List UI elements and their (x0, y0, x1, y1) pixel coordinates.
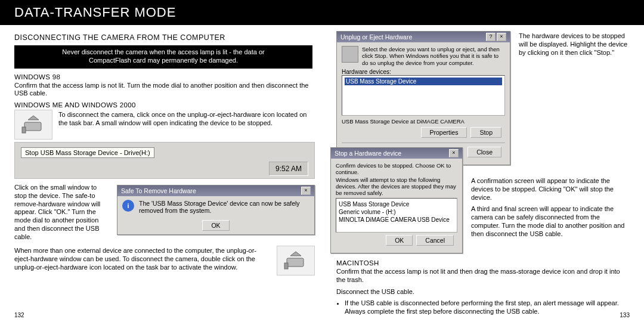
svg-rect-0 (24, 122, 41, 131)
macintosh-notes: If the USB cable is disconnected before … (336, 299, 630, 316)
windows-98-heading: WINDOWS 98 (14, 73, 315, 80)
windows-me-2000-heading: WINDOWS ME AND WINDOWS 2000 (14, 101, 315, 109)
help-icon[interactable]: ? (486, 33, 496, 41)
hardware-caption: The hardware devices to be stopped will … (519, 32, 630, 57)
confirm-caption: A confirmation screen will appear to ind… (471, 177, 630, 202)
list-item[interactable]: USB Mass Storage Device (345, 78, 502, 85)
svg-marker-1 (28, 116, 39, 120)
macintosh-text: Confirm that the access lamp is not lit … (336, 268, 630, 284)
mac-bullet-1: If the USB cable is disconnected before … (345, 299, 630, 316)
unplug-instructions: Select the device you want to unplug or … (362, 46, 505, 66)
windows-98-text: Confirm that the access lamp is not lit.… (14, 82, 315, 98)
device-icon (342, 46, 358, 63)
eject-hardware-icon (14, 110, 52, 140)
taskbar-clock: 9:52 AM (269, 162, 308, 176)
close-icon[interactable]: × (301, 187, 311, 195)
taskbar-screenshot: Stop USB Mass Storage Device - Drive(H:)… (14, 142, 315, 179)
stop-title: Stop a Hardware device (335, 150, 401, 157)
list-item[interactable]: Generic volume - (H:) (339, 208, 454, 216)
macintosh-heading: MACINTOSH (336, 259, 630, 267)
device-detail-line: USB Mass Storage Device at DiMAGE CAMERA (342, 118, 505, 125)
unplug-eject-dialog: Unplug or Eject Hardware ? × Select the … (336, 31, 510, 165)
macintosh-disconnect: Disconnect the USB cable. (336, 288, 630, 296)
page-132: DISCONNECTING THE CAMERA FROM THE COMPUT… (0, 0, 327, 322)
stop-line-2: Windows will attempt to stop the followi… (336, 177, 457, 196)
svg-rect-2 (22, 127, 26, 133)
properties-button[interactable]: Properties (421, 127, 467, 138)
side-note-text: Click on the small window to stop the de… (14, 184, 110, 241)
ok-button[interactable]: OK (202, 220, 229, 231)
windows-me-text: To disconnect the camera, click once on … (58, 111, 315, 136)
cancel-button[interactable]: Cancel (416, 235, 454, 246)
eject-hardware-icon-2 (277, 246, 315, 275)
hardware-devices-list[interactable]: USB Mass Storage Device (342, 75, 505, 116)
safe-remove-dialog: Safe To Remove Hardware × i The 'USB Mas… (117, 185, 315, 235)
safe-remove-title: Safe To Remove Hardware (121, 187, 196, 194)
svg-rect-5 (284, 263, 288, 269)
close-button[interactable]: Close (467, 147, 501, 157)
svg-marker-4 (290, 252, 301, 256)
warning-box: Never disconnect the camera when the acc… (14, 45, 312, 69)
page-133: Unplug or Eject Hardware ? × Select the … (327, 0, 644, 322)
list-item[interactable]: USB Mass Storage Device (339, 200, 454, 208)
page-number-left: 132 (14, 312, 24, 318)
safe-remove-body: The 'USB Mass Storage Device' device can… (139, 200, 309, 214)
third-screen-caption: A third and final screen will appear to … (471, 205, 630, 238)
stop-hardware-dialog: Stop a Hardware device × Confirm devices… (330, 147, 463, 253)
stop-button[interactable]: Stop (470, 127, 501, 138)
stop-line-1: Confirm devices to be stopped. Choose OK… (336, 162, 457, 175)
unplug-title: Unplug or Eject Hardware (340, 33, 412, 41)
warning-line-1: Never disconnect the camera when the acc… (20, 48, 306, 56)
list-item[interactable]: MINOLTA DiMAGE CAMERA USB Device (339, 216, 454, 224)
multi-device-text: When more than one external device are c… (14, 247, 270, 272)
page-number-right: 133 (620, 312, 630, 318)
subheading: DISCONNECTING THE CAMERA FROM THE COMPUT… (14, 33, 315, 42)
close-icon[interactable]: × (449, 149, 459, 157)
stop-device-list[interactable]: USB Mass Storage Device Generic volume -… (336, 198, 457, 233)
ok-button[interactable]: OK (386, 235, 413, 246)
taskbar-tooltip: Stop USB Mass Storage Device - Drive(H:) (21, 147, 154, 158)
hardware-devices-label: Hardware devices: (342, 69, 505, 75)
warning-line-2: CompactFlash card may permanently be dam… (20, 56, 306, 64)
svg-rect-3 (287, 258, 304, 267)
info-icon: i (122, 200, 134, 212)
close-icon[interactable]: × (497, 33, 506, 41)
